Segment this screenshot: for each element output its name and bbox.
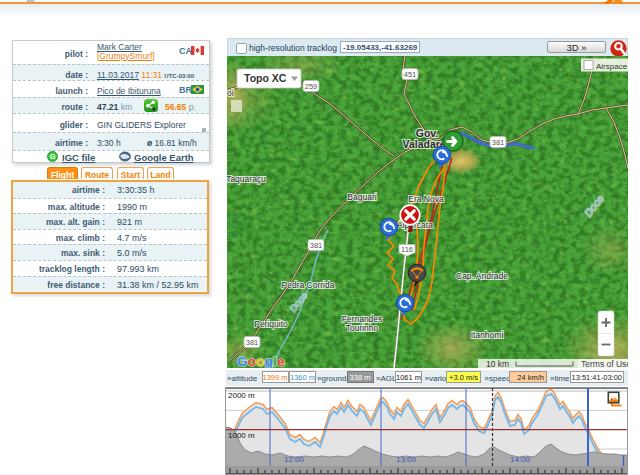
- svg-text:116: 116: [401, 245, 413, 254]
- svg-text:Airspace: Airspace: [596, 62, 628, 71]
- svg-text:G: G: [50, 152, 56, 161]
- svg-text:e: e: [277, 354, 285, 368]
- svg-text:12:00: 12:00: [284, 455, 305, 464]
- svg-text:Terms of Use: Terms of Use: [581, 359, 628, 368]
- svg-text:13:00: 13:00: [396, 455, 417, 464]
- svg-text:Era Nova: Era Nova: [408, 194, 444, 204]
- svg-text:o: o: [248, 354, 256, 368]
- svg-text:381: 381: [492, 138, 505, 147]
- svg-text:1000 m: 1000 m: [228, 431, 255, 440]
- svg-text:10 km: 10 km: [486, 359, 509, 368]
- svg-text:Cap. Andrade: Cap. Andrade: [456, 271, 508, 281]
- svg-text:259: 259: [305, 82, 318, 91]
- svg-text:oi: oi: [227, 88, 234, 98]
- svg-text:Topo XC: Topo XC: [244, 72, 287, 84]
- svg-text:14:00: 14:00: [510, 455, 531, 464]
- svg-text:G: G: [237, 354, 248, 368]
- svg-text:381: 381: [246, 338, 259, 347]
- svg-text:Baguari: Baguari: [347, 192, 376, 202]
- svg-text:2000 m: 2000 m: [228, 391, 255, 400]
- svg-text:nte: nte: [227, 229, 239, 239]
- svg-text:g: g: [265, 354, 273, 368]
- svg-text:Taquaraçu: Taquaraçu: [227, 174, 266, 184]
- svg-text:o: o: [256, 354, 264, 368]
- svg-text:451: 451: [404, 70, 417, 79]
- svg-text:Itanhomi: Itanhomi: [471, 330, 504, 340]
- svg-text:Periquito: Periquito: [254, 319, 288, 329]
- svg-text:381: 381: [310, 241, 323, 250]
- svg-text:Tourinho: Tourinho: [346, 323, 379, 333]
- svg-text:Pedra Corrida: Pedra Corrida: [282, 280, 335, 290]
